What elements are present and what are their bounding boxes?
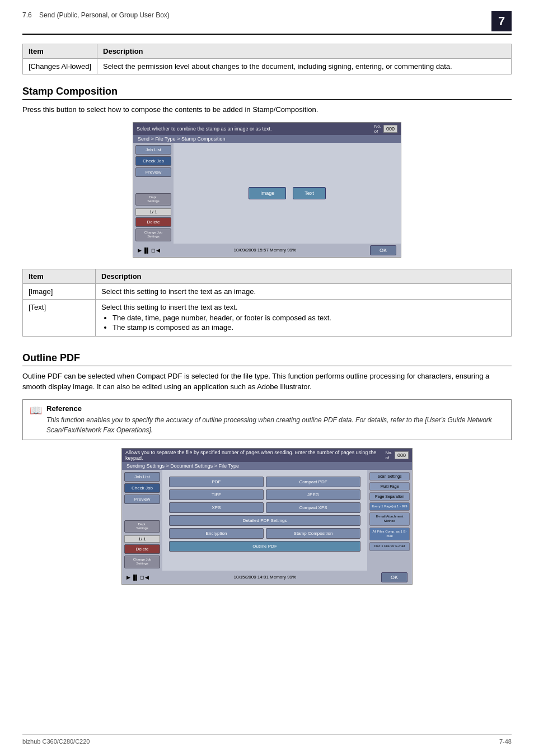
ui-main-content: Image Text bbox=[174, 143, 401, 244]
reference-title: Reference bbox=[46, 404, 504, 413]
file-type-grid: PDF Compact PDF TIFF JPEG XPS Compact XP… bbox=[165, 472, 365, 556]
status-icon-2-3: ◻ bbox=[140, 575, 144, 580]
item-image: [Image] bbox=[23, 283, 96, 299]
ui2-body: Job List Check Job Preview Dept.Settings… bbox=[122, 470, 412, 571]
job-list-button[interactable]: Job List bbox=[135, 145, 171, 155]
ui2-top-right: No.of 000 bbox=[386, 450, 409, 460]
reference-box: 📖 Reference This function enables you to… bbox=[22, 399, 512, 440]
detailed-pdf-button[interactable]: Detailed PDF Settings bbox=[169, 515, 360, 526]
encryption-button[interactable]: Encryption bbox=[169, 528, 264, 539]
footer-product: bizhub C360/C280/C220 bbox=[22, 738, 90, 745]
text-choice-button[interactable]: Text bbox=[293, 187, 326, 199]
page-footer: bizhub C360/C280/C220 7-48 bbox=[22, 734, 512, 745]
change-job-settings-button-2[interactable]: Change Job Settings bbox=[124, 556, 160, 568]
table-row: [Changes Al-lowed] Select the permission… bbox=[23, 59, 512, 74]
check-job-button[interactable]: Check Job bbox=[135, 156, 171, 166]
reference-content: Reference This function enables you to s… bbox=[46, 404, 504, 435]
status-icon-3: ◻ bbox=[151, 248, 155, 253]
job-list-button-2[interactable]: Job List bbox=[124, 472, 160, 482]
ui-sidebar: Job List Check Job Preview Dept.Settings… bbox=[133, 143, 174, 244]
counter-display: 000 bbox=[383, 125, 397, 133]
outline-pdf-section: Outline PDF Outline PDF can be selected … bbox=[22, 352, 512, 585]
ui2-top-label: Allows you to separate the file by speci… bbox=[125, 450, 386, 461]
every-page-right-button[interactable]: Every 1 Page(s) 1 - 999 bbox=[369, 502, 410, 511]
email-attachment-right-button[interactable]: E-mail Attachment Method bbox=[369, 512, 410, 526]
ui2-bottom-bar: ▶ ▐▌ ◻ ◀ 10/15/2009 14:01 Memory 99% OK bbox=[122, 571, 412, 584]
section-label: 7.6 Send (Public, Personal, or Group Use… bbox=[22, 11, 170, 19]
ui-top-right: No.of 000 bbox=[374, 124, 397, 134]
ok-button-2[interactable]: OK bbox=[381, 572, 407, 582]
outline-pdf-desc: Outline PDF can be selected when Compact… bbox=[22, 371, 512, 393]
scan-settings-right-button[interactable]: Scan Settings bbox=[369, 472, 410, 480]
desc-cell: Select the permission level about change… bbox=[97, 59, 512, 74]
xps-button[interactable]: XPS bbox=[169, 502, 264, 513]
ui-top-label: Select whether to combine the stamp as a… bbox=[137, 126, 272, 132]
item-text: [Text] bbox=[23, 299, 96, 336]
table-row-text: [Text] Select this setting to insert the… bbox=[23, 299, 512, 336]
outline-pdf-button[interactable]: Outline PDF bbox=[169, 541, 360, 552]
page-separation-right-button[interactable]: Page Separation bbox=[369, 492, 410, 501]
ui-body: Job List Check Job Preview Dept.Settings… bbox=[133, 143, 401, 244]
department-label: Dept.Settings bbox=[135, 193, 171, 206]
status-icon-2-1: ▶ bbox=[127, 575, 130, 580]
status-text: 10/09/2009 15:57 Memory 99% bbox=[234, 248, 297, 253]
page-count: 1/ 1 bbox=[135, 208, 171, 216]
col-item-header: Item bbox=[23, 44, 97, 59]
col-item-header-2: Item bbox=[23, 269, 96, 283]
change-job-settings-button[interactable]: Change Job Settings bbox=[135, 228, 171, 241]
status-icons: ▶ ▐▌ ◻ ◀ bbox=[138, 248, 160, 253]
page-container: 7.6 Send (Public, Personal, or Group Use… bbox=[0, 0, 534, 756]
preview-button[interactable]: Preview bbox=[135, 167, 171, 177]
stamp-composition-button[interactable]: Stamp Composition bbox=[266, 528, 360, 539]
delete-button[interactable]: Delete bbox=[135, 217, 171, 227]
status-icon-4: ◀ bbox=[156, 248, 160, 253]
no-of-icon-2: No.of bbox=[386, 450, 392, 460]
desc-text: Select this setting to insert the text a… bbox=[96, 299, 512, 336]
status-icon-1: ▶ bbox=[138, 248, 142, 253]
ui2-right-panel: Scan Settings Multi Page Page Separation… bbox=[367, 470, 412, 571]
changes-allowed-table: Item Description [Changes Al-lowed] Sele… bbox=[22, 44, 512, 74]
image-choice-button[interactable]: Image bbox=[249, 187, 286, 199]
check-job-button-2[interactable]: Check Job bbox=[124, 483, 160, 493]
tiff-button[interactable]: TIFF bbox=[169, 489, 264, 500]
stamp-composition-ui: Select whether to combine the stamp as a… bbox=[133, 122, 401, 258]
pdf-button[interactable]: PDF bbox=[169, 477, 264, 487]
counter-display-2: 000 bbox=[395, 451, 409, 459]
compact-pdf-button[interactable]: Compact PDF bbox=[266, 477, 360, 487]
status-icon-2-4: ◀ bbox=[145, 575, 149, 580]
chapter-number: 7 bbox=[491, 11, 512, 31]
all-files-right-button[interactable]: All Files Comp. as 1 E-mail bbox=[369, 528, 410, 541]
dec-file-right-button[interactable]: Dec 1 File for E-mail bbox=[369, 542, 410, 551]
col-desc-header-2: Description bbox=[96, 269, 512, 283]
outline-pdf-title: Outline PDF bbox=[22, 352, 512, 366]
breadcrumb: Send > File Type > Stamp Composition bbox=[133, 135, 401, 143]
breadcrumb-2: Sending Settings > Document Settings > F… bbox=[122, 462, 412, 470]
status-text-2: 10/15/2009 14:01 Memory 99% bbox=[234, 575, 297, 580]
table-row-image: [Image] Select this setting to insert th… bbox=[23, 283, 512, 299]
ui2-center: PDF Compact PDF TIFF JPEG XPS Compact XP… bbox=[162, 470, 367, 571]
section-number: 7.6 bbox=[22, 11, 32, 19]
compact-xps-button[interactable]: Compact XPS bbox=[266, 502, 360, 513]
ui-top-bar: Select whether to combine the stamp as a… bbox=[133, 123, 401, 135]
bullet-2: The stamp is composed as an image. bbox=[113, 323, 505, 332]
ui2-top-bar: Allows you to separate the file by speci… bbox=[122, 449, 412, 462]
stamp-composition-desc: Press this button to select how to compo… bbox=[22, 104, 512, 115]
dept-label-2: Dept.Settings bbox=[124, 520, 160, 533]
no-of-icon: No.of bbox=[374, 124, 381, 134]
jpeg-button[interactable]: JPEG bbox=[266, 489, 360, 500]
preview-button-2[interactable]: Preview bbox=[124, 494, 160, 504]
section-title-text: Send (Public, Personal, or Group User Bo… bbox=[39, 11, 170, 19]
ok-button[interactable]: OK bbox=[370, 245, 396, 255]
footer-page: 7-48 bbox=[499, 738, 512, 745]
delete-button-2[interactable]: Delete bbox=[124, 544, 160, 554]
ui-bottom-bar: ▶ ▐▌ ◻ ◀ 10/09/2009 15:57 Memory 99% OK bbox=[133, 244, 401, 257]
multi-page-right-button[interactable]: Multi Page bbox=[369, 482, 410, 491]
status-icon-2: ▐▌ bbox=[143, 248, 150, 253]
outline-pdf-ui: Allows you to separate the file by speci… bbox=[121, 448, 413, 585]
status-icon-2-2: ▐▌ bbox=[132, 575, 139, 580]
reference-text: This function enables you to specify the… bbox=[46, 415, 504, 435]
reference-icon: 📖 bbox=[30, 405, 42, 416]
col-desc-header: Description bbox=[97, 44, 512, 59]
page-count-2: 1/ 1 bbox=[124, 535, 160, 543]
text-bullets: The date, time, page number, header, or … bbox=[113, 314, 505, 332]
